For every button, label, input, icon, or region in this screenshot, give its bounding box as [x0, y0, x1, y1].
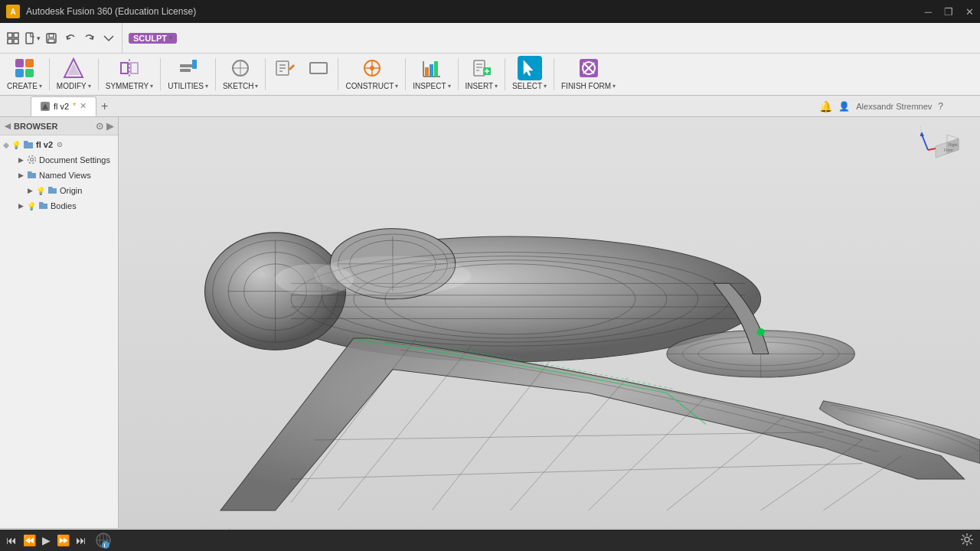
playback-play-button[interactable]: ▶	[42, 534, 51, 546]
sketch-icon[interactable]	[228, 56, 253, 80]
tree-root[interactable]: ◆ 💡 fl v2 ⊙	[0, 137, 118, 152]
sketch-label[interactable]: SKETCH▾	[223, 82, 259, 90]
svg-text:Z: Z	[920, 125, 921, 132]
browser-collapse-icon[interactable]: ◀	[5, 122, 11, 130]
svg-point-51	[31, 158, 34, 161]
symmetry-icon[interactable]	[117, 56, 142, 80]
redo-button[interactable]	[81, 30, 98, 47]
tree-origin-light-icon: 💡	[36, 187, 45, 195]
svg-rect-37	[434, 61, 438, 77]
symmetry-label[interactable]: SYMMETRY▾	[106, 82, 154, 90]
view-cube[interactable]: Z X Front Righ	[920, 123, 974, 177]
playback-bar: ⏮ ⏪ ▶ ⏩ ⏭ i	[0, 530, 980, 551]
select-label[interactable]: SELECT▾	[512, 82, 547, 90]
sketch-rect-group	[302, 54, 335, 95]
select-icon[interactable]	[518, 56, 542, 80]
select-group: SELECT▾	[508, 54, 550, 95]
svg-line-89	[922, 135, 928, 150]
svg-point-52	[28, 155, 36, 163]
tree-root-folder-icon	[23, 139, 34, 150]
tab-close-button[interactable]: ✕	[80, 101, 87, 111]
inspect-icon[interactable]	[420, 56, 444, 80]
notification-icon[interactable]: 🔔	[819, 100, 832, 112]
settings-button[interactable]	[960, 533, 974, 549]
svg-rect-35	[425, 67, 429, 77]
utilities-icon[interactable]	[176, 56, 201, 80]
construct-group: CONSTRUCT▾	[341, 54, 402, 95]
playback-end-button[interactable]: ⏭	[76, 534, 87, 546]
sculpt-workspace-button[interactable]: SCULPT ▾	[129, 33, 177, 44]
tab-bar: fl v2 * ✕ + 🔔 👤 Alexsandr Stremnev ?	[0, 96, 980, 117]
minimize-button[interactable]: ─	[925, 6, 932, 18]
playback-prev-button[interactable]: ⏪	[23, 534, 36, 546]
tree-bodies-light-icon: 💡	[27, 202, 36, 210]
modify-icon[interactable]	[61, 56, 86, 80]
svg-point-32	[370, 66, 374, 70]
construct-icon[interactable]	[360, 56, 384, 80]
sketch-edit-icon[interactable]	[273, 56, 297, 80]
username-label: Alexsandr Stremnev	[856, 102, 932, 111]
tree-folder-icon-bodies	[38, 201, 48, 212]
titlebar: A Autodesk Fusion 360 (Education License…	[0, 0, 980, 23]
svg-line-76	[510, 377, 627, 510]
insert-icon[interactable]	[469, 56, 494, 80]
browser-header: ◀ BROWSER ⊙ ▶	[0, 117, 118, 135]
svg-text:Right: Right	[949, 142, 958, 147]
browser-expand-icon[interactable]: ▶	[106, 121, 113, 132]
tree-bodies[interactable]: ▶ 💡 Bodies	[0, 198, 118, 214]
tree-folder-icon-views	[27, 170, 37, 181]
tree-arrow-doc: ▶	[17, 156, 24, 164]
svg-text:i: i	[104, 543, 106, 548]
svg-rect-2	[8, 39, 12, 44]
tree-doc-settings-label: Document Settings	[39, 155, 110, 165]
user-icon[interactable]: 👤	[838, 101, 850, 112]
tree-origin-label: Origin	[60, 186, 82, 195]
modify-group: MODIFY▾	[53, 54, 95, 95]
finish-form-icon[interactable]	[577, 56, 601, 80]
svg-marker-15	[121, 63, 128, 73]
inspect-label[interactable]: INSPECT▾	[413, 82, 450, 90]
insert-label[interactable]: INSERT▾	[466, 82, 498, 90]
create-label[interactable]: CREATE▾	[7, 82, 42, 90]
more-button[interactable]	[100, 30, 117, 47]
file-button[interactable]: ▾	[24, 30, 41, 47]
tree-document-settings[interactable]: ▶ Document Settings	[0, 152, 118, 168]
svg-line-80	[823, 455, 901, 510]
file-tab[interactable]: fl v2 * ✕	[31, 96, 96, 116]
tree-named-views[interactable]: ▶ Named Views	[0, 168, 118, 183]
svg-rect-36	[430, 64, 433, 77]
browser-settings-icon[interactable]: ⊙	[96, 121, 103, 132]
create-group: CREATE▾	[3, 54, 46, 95]
svg-marker-16	[131, 63, 138, 73]
viewport[interactable]: Z X Front Righ	[119, 117, 980, 528]
grid-icon[interactable]	[5, 30, 21, 47]
sketch-rect-icon[interactable]	[306, 56, 331, 80]
globe-button[interactable]: i	[93, 530, 114, 551]
tree-origin[interactable]: ▶ 💡 Origin	[0, 183, 118, 198]
browser-tree: ◆ 💡 fl v2 ⊙ ▶ Document Settings	[0, 135, 118, 528]
help-icon[interactable]: ?	[938, 101, 943, 112]
utilities-label[interactable]: UTILITIES▾	[168, 82, 208, 90]
svg-line-75	[432, 362, 549, 510]
modify-label[interactable]: MODIFY▾	[57, 82, 91, 90]
browser-title: BROWSER	[14, 122, 57, 131]
svg-marker-90	[920, 132, 924, 136]
close-button[interactable]: ✕	[965, 6, 974, 18]
sculpt-dropdown-arrow: ▾	[169, 34, 172, 41]
svg-rect-8	[15, 59, 24, 67]
tree-root-target-icon: ⊙	[57, 141, 63, 148]
undo-button[interactable]	[62, 30, 79, 47]
tree-gear-icon	[27, 155, 37, 166]
tree-root-label: fl v2	[36, 140, 53, 149]
sculpt-label: SCULPT	[133, 34, 167, 43]
tab-add-button[interactable]: +	[101, 99, 108, 113]
create-icon[interactable]	[12, 56, 37, 80]
svg-point-125	[102, 541, 109, 549]
playback-start-button[interactable]: ⏮	[6, 534, 17, 546]
save-button[interactable]	[43, 30, 60, 47]
playback-next-button[interactable]: ⏩	[57, 534, 70, 546]
finish-form-label[interactable]: FINISH FORM▾	[561, 82, 616, 90]
construct-label[interactable]: CONSTRUCT▾	[345, 82, 398, 90]
restore-button[interactable]: ❐	[944, 6, 953, 18]
tree-arrow-views: ▶	[17, 171, 24, 179]
